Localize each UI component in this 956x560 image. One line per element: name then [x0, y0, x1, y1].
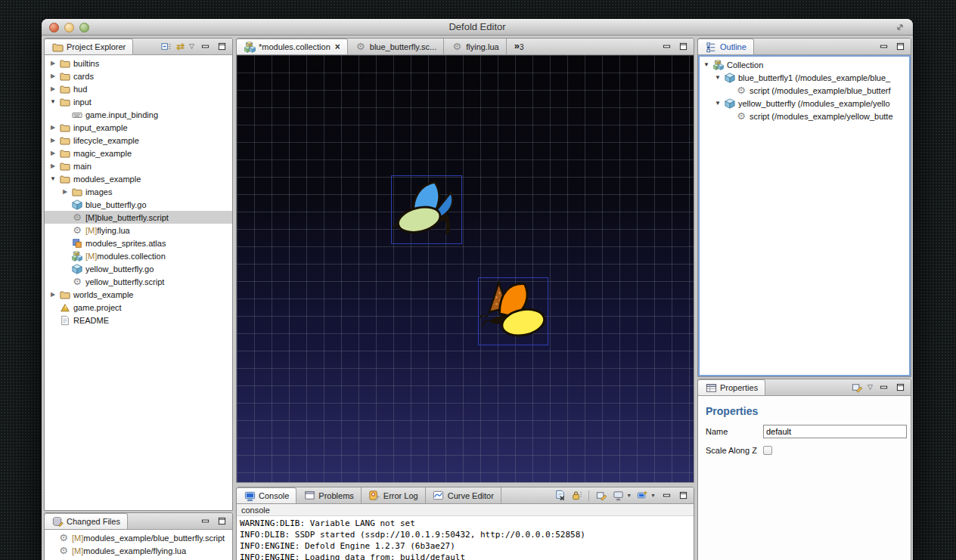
disclosure-triangle[interactable]: ▶ [49, 162, 57, 169]
scene-canvas[interactable] [237, 55, 694, 482]
tree-item-label: hud [73, 85, 87, 94]
tree-item-input-example[interactable]: ▶input_example [45, 121, 232, 134]
tree-item-main[interactable]: ▶main [45, 159, 232, 172]
tree-item-modules-sprites-atlas[interactable]: modules_sprites.atlas [45, 237, 232, 249]
tree-item-lifecycle-example[interactable]: ▶lifecycle_example [45, 134, 232, 147]
blue-butterfly-selection-box[interactable] [391, 175, 462, 244]
minimize-editor-icon[interactable] [660, 41, 672, 53]
view-menu-icon[interactable]: ▽ [868, 384, 873, 391]
open-console-dropdown-icon[interactable]: ▼ [650, 493, 656, 498]
disclosure-triangle[interactable]: ▼ [49, 175, 57, 182]
tree-item-hud[interactable]: ▶hud [45, 82, 232, 95]
tree-item-worlds-example[interactable]: ▶worlds_example [45, 288, 232, 301]
console-line: INFO:DLIB: SSDP started (ssdp://10.0.1.9… [240, 529, 694, 540]
tab-outline[interactable]: Outline [697, 39, 754, 54]
tree-item-modules-example[interactable]: ▼modules_example [45, 172, 232, 185]
view-menu-icon[interactable]: ▽ [189, 43, 194, 50]
disclosure-triangle[interactable]: ▶ [49, 60, 57, 67]
resize-grip-icon[interactable] [895, 22, 905, 32]
clear-console-icon[interactable] [554, 490, 566, 502]
console-output[interactable]: WARNING:DLIB: Variable LANG not setINFO:… [237, 516, 694, 560]
tree-item-collection[interactable]: ▼Collection [700, 58, 909, 71]
disclosure-triangle[interactable]: ▶ [49, 137, 57, 144]
minimize-view-icon[interactable] [660, 490, 672, 502]
tree-item-yellow-butterfly-script[interactable]: ⚙yellow_butterfly.script [45, 275, 232, 288]
tree-item-input[interactable]: ▼input [45, 95, 232, 108]
tab-curve-editor[interactable]: Curve Editor [426, 487, 501, 503]
pin-properties-icon[interactable] [851, 382, 863, 394]
disclosure-triangle[interactable]: ▶ [49, 150, 57, 156]
display-console-icon[interactable] [612, 490, 624, 502]
tab-flying-lua[interactable]: ⚙ flying.lua [444, 39, 506, 54]
properties-header: Properties [706, 405, 911, 417]
script-icon: ⚙ [57, 545, 70, 557]
tree-item-images[interactable]: ▶images [45, 185, 232, 198]
maximize-view-icon[interactable] [216, 41, 228, 53]
project-explorer-tree: ▶builtins▶cards▶hud▼inputgame.input_bind… [45, 55, 232, 510]
tree-item-yellow-butterfly-go[interactable]: yellow_butterfly.go [45, 262, 232, 275]
tree-item-modules-example-blue-butterfly-script[interactable]: ⚙[M]modules_example/blue_butterfly.scrip… [45, 531, 232, 544]
maximize-view-icon[interactable] [894, 41, 906, 53]
tab-project-explorer[interactable]: Project Explorer [44, 39, 133, 54]
tree-item-modules-collection[interactable]: [M]modules.collection [45, 249, 232, 262]
tree-item-magic-example[interactable]: ▶magic_example [45, 147, 232, 159]
disclosure-triangle[interactable]: ▼ [714, 100, 722, 107]
tree-item-flying-lua[interactable]: ⚙[M]flying.lua [45, 224, 232, 237]
tree-item-script-modules-example-yellow-butte[interactable]: ⚙script (/modules_example/yellow_butte [700, 110, 909, 122]
minimize-view-icon[interactable] [199, 41, 211, 53]
titlebar[interactable]: Defold Editor [42, 19, 913, 36]
tree-item-blue-butterfly1-modules-example-blue[interactable]: ▼blue_butterfly1 (/modules_example/blue_ [700, 71, 909, 84]
minimize-view-icon[interactable] [199, 515, 211, 528]
tree-item-modules-example-flying-lua[interactable]: ⚙[M]modules_example/flying.lua [45, 544, 232, 557]
maximize-view-icon[interactable] [677, 490, 689, 502]
tree-item-label: input_example [73, 123, 128, 132]
tab-error-log[interactable]: Error Log [362, 487, 426, 503]
tab-overflow-chevron[interactable]: »3 [507, 39, 527, 54]
maximize-view-icon[interactable] [216, 515, 228, 528]
yellow-butterfly-selection-box[interactable] [478, 277, 548, 345]
name-input[interactable] [763, 425, 907, 438]
changed-files-list: ⚙[M]modules_example/blue_butterfly.scrip… [45, 530, 232, 560]
disclosure-triangle[interactable]: ▶ [49, 124, 57, 131]
minimize-view-icon[interactable] [877, 41, 889, 53]
scale-along-z-checkbox[interactable] [763, 446, 772, 455]
pin-console-icon[interactable] [595, 490, 607, 502]
tree-item-builtins[interactable]: ▶builtins [45, 57, 232, 70]
tab-properties[interactable]: Properties [697, 379, 765, 395]
outline-icon [705, 41, 717, 53]
tree-item-cards[interactable]: ▶cards [45, 70, 232, 82]
display-console-dropdown-icon[interactable]: ▼ [626, 493, 632, 498]
maximize-editor-icon[interactable] [677, 41, 689, 53]
disclosure-triangle[interactable]: ▶ [49, 73, 57, 79]
disclosure-triangle[interactable]: ▼ [49, 98, 57, 105]
tab-changed-files[interactable]: Changed Files [44, 513, 128, 529]
open-console-icon[interactable] [636, 490, 648, 502]
close-tab-icon[interactable]: × [335, 42, 340, 52]
disclosure-triangle[interactable]: ▶ [49, 291, 57, 298]
modified-prefix: [M] [85, 252, 97, 261]
maximize-view-icon[interactable] [894, 382, 906, 394]
tree-item-game-project[interactable]: game.project [45, 301, 232, 314]
scroll-lock-icon[interactable] [570, 490, 582, 502]
tree-item-blue-butterfly-go[interactable]: blue_butterfly.go [45, 198, 232, 211]
tree-item-modules-example-modules-collection[interactable]: ⚙[M]modules_example/modules.collection [45, 557, 232, 560]
tree-item-script-modules-example-blue-butterf[interactable]: ⚙script (/modules_example/blue_butterf [700, 84, 909, 97]
disclosure-triangle[interactable]: ▶ [49, 85, 57, 92]
tree-item-label: images [85, 187, 112, 196]
disclosure-triangle[interactable]: ▶ [61, 188, 69, 195]
folder-icon [59, 147, 71, 159]
tab-modules-collection[interactable]: *modules.collection × [236, 39, 348, 54]
tree-item-yellow-butterfly-modules-example-yello[interactable]: ▼yellow_butterfly (/modules_example/yell… [700, 97, 909, 110]
minimize-view-icon[interactable] [877, 382, 889, 394]
tab-blue-butterfly-script[interactable]: ⚙ blue_butterfly.sc... [348, 39, 444, 54]
tree-item-readme[interactable]: README [45, 314, 232, 326]
link-with-editor-icon[interactable]: ⇄ [176, 42, 185, 51]
collapse-all-icon[interactable] [160, 41, 172, 53]
tree-item-blue-butterfly-script[interactable]: ⚙[M]blue_butterfly.script [45, 211, 232, 224]
tab-problems[interactable]: Problems [296, 487, 361, 503]
script-icon: ⚙ [451, 41, 463, 53]
disclosure-triangle[interactable]: ▼ [703, 61, 710, 68]
tab-console[interactable]: Console [236, 487, 296, 503]
tree-item-game-input-binding[interactable]: game.input_binding [45, 108, 232, 121]
disclosure-triangle[interactable]: ▼ [714, 74, 722, 81]
